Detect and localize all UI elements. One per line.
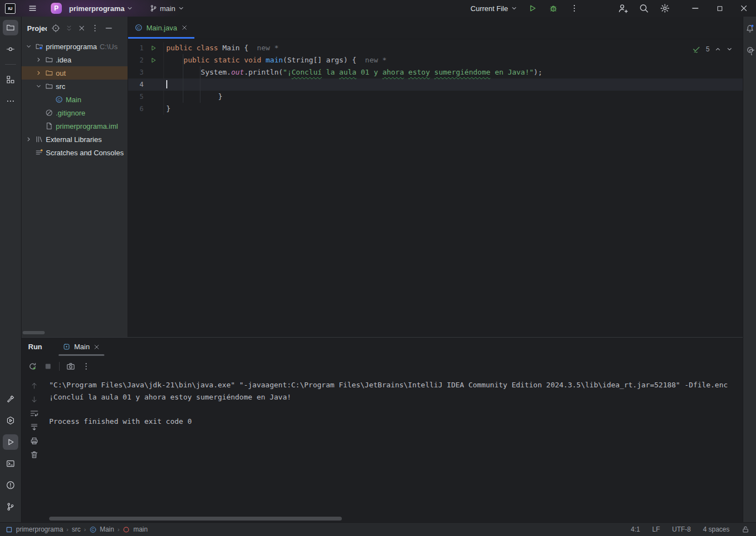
tree-item--idea[interactable]: .idea	[22, 53, 128, 66]
folder-excluded-icon	[45, 69, 53, 77]
chevron-right-icon[interactable]	[25, 136, 33, 143]
line-number: 3	[128, 66, 144, 78]
code-with-me-button[interactable]	[612, 0, 633, 17]
project-horizontal-scrollbar[interactable]	[23, 331, 45, 334]
tree-item-main[interactable]: CMain	[22, 93, 128, 106]
thread-dump-camera-icon[interactable]	[66, 362, 75, 371]
tree-item--gitignore[interactable]: .gitignore	[22, 106, 128, 119]
close-icon	[739, 4, 748, 13]
breadcrumb-separator: ›	[118, 526, 120, 533]
scratches-icon	[35, 149, 43, 156]
toolwindow-build-button[interactable]	[3, 391, 18, 407]
folder-icon	[6, 23, 15, 32]
tree-item-external-libraries[interactable]: External Libraries	[22, 133, 128, 146]
arrow-up-icon[interactable]	[30, 381, 39, 390]
close-icon[interactable]	[93, 344, 100, 350]
chevron-down-icon	[511, 5, 517, 12]
breadcrumb-item[interactable]: main	[133, 526, 147, 533]
breadcrumbs[interactable]: primerprograma›src›CMain›main	[6, 526, 147, 533]
project-selector[interactable]: primerprograma	[62, 0, 135, 17]
indent-setting[interactable]: 4 spaces	[703, 526, 729, 533]
ai-assistant-icon[interactable]	[746, 46, 754, 55]
caret-position[interactable]: 4:1	[631, 526, 640, 533]
chevron-down-icon[interactable]	[35, 83, 43, 90]
tree-item-scratches-and-consoles[interactable]: Scratches and Consoles	[22, 146, 128, 159]
file-encoding[interactable]: UTF-8	[672, 526, 691, 533]
method-icon	[123, 526, 130, 533]
breadcrumb-item[interactable]: primerprograma	[16, 526, 63, 533]
line-separator[interactable]: LF	[652, 526, 660, 533]
scroll-to-end-icon[interactable]	[30, 423, 39, 432]
main-menu-button[interactable]	[22, 0, 43, 17]
chevron-right-icon[interactable]	[35, 56, 43, 63]
breadcrumb-item[interactable]: Main	[100, 526, 114, 533]
run-button[interactable]	[522, 0, 543, 17]
close-icon[interactable]	[181, 24, 188, 31]
toolwindow-project-button[interactable]	[3, 20, 18, 35]
toolwindow-run-button[interactable]	[3, 434, 18, 450]
run-panel: Run Main	[22, 337, 743, 522]
window-maximize-button[interactable]	[707, 0, 732, 17]
window-close-button[interactable]	[732, 0, 756, 17]
services-icon	[6, 416, 15, 425]
options-kebab-icon[interactable]	[91, 24, 99, 33]
tree-item-primerprograma-iml[interactable]: primerprograma.iml	[22, 119, 128, 133]
project-tree: primerprograma C:\Us.ideaoutsrcCMain.git…	[22, 40, 128, 337]
titlebar-left: IU P primerprograma main	[0, 0, 187, 17]
search-everywhere-button[interactable]	[633, 0, 654, 17]
arrow-down-icon[interactable]	[30, 395, 39, 404]
chevron-right-icon[interactable]	[35, 70, 43, 76]
stop-icon[interactable]	[44, 362, 52, 371]
more-actions-button[interactable]	[564, 0, 585, 17]
console-gutter	[22, 377, 47, 522]
text-caret	[166, 80, 167, 88]
settings-button[interactable]	[654, 0, 675, 17]
code-editor[interactable]: 1public class Main { new *2 public stati…	[128, 39, 743, 337]
debug-button[interactable]	[543, 0, 564, 17]
print-icon[interactable]	[30, 437, 39, 445]
kebab-icon[interactable]	[82, 362, 91, 371]
tree-item-src[interactable]: src	[22, 80, 128, 93]
play-icon	[6, 438, 15, 446]
clear-trash-icon[interactable]	[30, 450, 39, 459]
tree-item-out[interactable]: out	[22, 66, 128, 80]
run-configuration-selector[interactable]: Current File	[466, 0, 522, 17]
chevron-up-icon[interactable]	[715, 46, 721, 52]
branch-selector[interactable]: main	[147, 0, 186, 17]
run-line-icon[interactable]	[150, 45, 157, 51]
soft-wrap-icon[interactable]	[30, 409, 39, 418]
toolwindow-problems-button[interactable]	[3, 477, 18, 493]
tree-item-primerprograma[interactable]: primerprograma C:\Us	[22, 40, 128, 53]
toolwindow-services-button[interactable]	[3, 413, 18, 428]
folder-source-icon	[45, 82, 53, 90]
toolwindow-commit-button[interactable]	[3, 41, 18, 57]
locate-file-icon[interactable]	[51, 24, 60, 33]
run-configuration-label: Current File	[470, 4, 508, 13]
run-tab-label: Main	[74, 343, 89, 351]
commit-icon	[6, 45, 15, 54]
console-horizontal-scrollbar[interactable]	[49, 517, 342, 521]
collapse-all-icon[interactable]	[78, 24, 86, 32]
problems-icon	[6, 481, 15, 490]
activity-bar	[0, 17, 22, 522]
more-toolwindows-button[interactable]	[3, 93, 18, 109]
toolwindow-git-button[interactable]	[3, 499, 18, 514]
rerun-icon[interactable]	[28, 362, 37, 371]
window-minimize-button[interactable]	[683, 0, 707, 17]
expand-all-icon[interactable]	[65, 24, 73, 32]
hide-panel-icon[interactable]	[104, 24, 113, 33]
tree-item-label: .idea	[56, 56, 71, 64]
editor-tab-main-java[interactable]: C Main.java	[128, 17, 194, 39]
inspections-widget[interactable]: 5	[690, 44, 735, 55]
branch-name: main	[160, 4, 175, 13]
lock-open-icon[interactable]	[742, 526, 749, 533]
chevron-down-icon[interactable]	[25, 43, 33, 50]
run-line-icon[interactable]	[150, 57, 157, 64]
notifications-bell-icon[interactable]	[746, 24, 754, 33]
toolwindow-structure-button[interactable]	[3, 72, 18, 87]
toolwindow-terminal-button[interactable]	[3, 456, 18, 471]
run-tab-main[interactable]: Main	[59, 338, 104, 356]
chevron-down-icon[interactable]	[726, 46, 733, 52]
run-panel-title: Run	[28, 338, 42, 356]
breadcrumb-item[interactable]: src	[72, 526, 81, 533]
